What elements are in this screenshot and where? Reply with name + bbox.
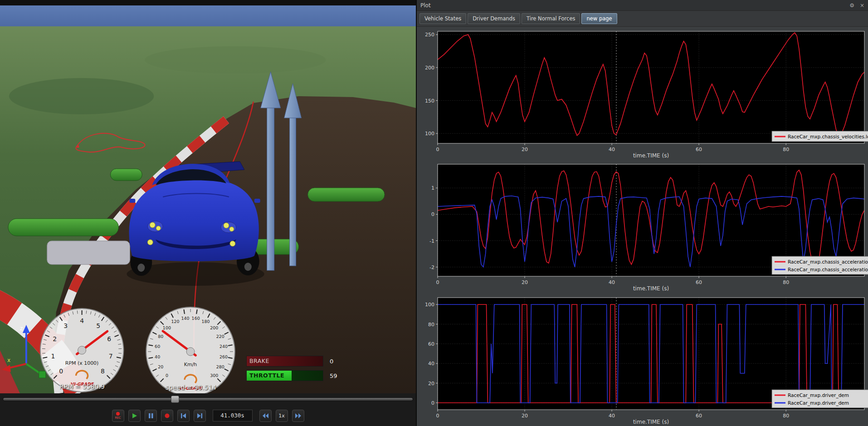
svg-text:4: 4: [80, 317, 84, 324]
svg-text:40: 40: [609, 413, 615, 419]
svg-text:20: 20: [522, 413, 528, 419]
settings-icon[interactable]: ⚙: [849, 2, 854, 9]
svg-text:1: 1: [431, 186, 434, 191]
svg-text:60: 60: [696, 413, 702, 419]
svg-text:180: 180: [202, 319, 210, 324]
svg-text:150: 150: [425, 98, 434, 104]
play-icon: [132, 413, 137, 419]
tab-new-page[interactable]: new page: [581, 13, 617, 24]
throttle-value: 59: [330, 372, 343, 379]
record-video-button[interactable]: REC: [112, 410, 124, 422]
close-icon[interactable]: ×: [860, 2, 864, 9]
timeline-track[interactable]: [3, 397, 413, 401]
charts-area: 020406080100150200250time.TIME (s)RaceCa…: [417, 27, 868, 426]
tab-tire-normal-forces[interactable]: Tire Normal Forces: [522, 13, 580, 24]
rpm-gauge: 012345678RPM (x 1000)VI-GRADE: [40, 308, 124, 392]
x-axis-title: time.TIME (s): [633, 152, 669, 159]
rewind-icon: [262, 413, 269, 419]
grass-patch: [9, 78, 154, 114]
plot-titlebar: Plot ⚙ ×: [417, 0, 868, 11]
record-dot-icon: [116, 412, 120, 416]
svg-text:8: 8: [101, 367, 105, 375]
throttle-row: THROTTLE 59: [246, 370, 355, 381]
svg-text:60: 60: [428, 341, 434, 347]
gauge-unit-label: RPM (x 1000): [65, 360, 99, 366]
play-button[interactable]: [128, 410, 141, 422]
brake-bar: BRAKE: [246, 356, 323, 367]
gray-barrier: [47, 241, 130, 264]
svg-text:0: 0: [436, 279, 439, 285]
svg-text:0: 0: [436, 413, 439, 419]
timeline-slider[interactable]: [0, 393, 416, 405]
driver-demands-chart[interactable]: 020406080020406080100time.TIME (s)RaceCa…: [417, 293, 868, 426]
svg-text:0: 0: [431, 212, 434, 218]
svg-text:220: 220: [216, 334, 224, 339]
plot-panel: Plot ⚙ × Vehicle StatesDriver DemandsTir…: [417, 0, 868, 426]
svg-text:2: 2: [53, 335, 57, 343]
svg-text:0: 0: [436, 147, 439, 152]
tab-vehicle-states[interactable]: Vehicle States: [419, 13, 466, 24]
chassis-velocities-chart[interactable]: 020406080100150200250time.TIME (s)RaceCa…: [417, 27, 868, 160]
svg-text:200: 200: [425, 65, 434, 71]
green-barrier-small: [110, 169, 142, 181]
svg-text:100: 100: [425, 302, 434, 308]
svg-text:240: 240: [219, 344, 228, 349]
pause-button[interactable]: [145, 410, 157, 422]
svg-text:20: 20: [158, 364, 163, 369]
brake-row: BRAKE 0: [246, 356, 355, 367]
svg-text:40: 40: [609, 147, 615, 152]
axis-z-label: z: [20, 325, 23, 332]
svg-text:1: 1: [51, 353, 55, 360]
svg-text:60: 60: [696, 147, 702, 152]
skip-start-icon: [180, 413, 186, 419]
viewport-top-strip: [0, 0, 416, 5]
timeline-handle[interactable]: [171, 396, 179, 403]
track-map-position-dot: [77, 145, 79, 148]
chart-legend: RaceCar_mxp.chassis_accelerations.laRace…: [772, 256, 868, 274]
svg-text:200: 200: [210, 325, 218, 330]
svg-text:300: 300: [210, 373, 218, 378]
3d-viewport[interactable]: z x 012345678RPM (x 1000)VI-GRADE0204060…: [0, 5, 416, 393]
svg-text:RaceCar_mxp.driver_dem: RaceCar_mxp.driver_dem: [788, 400, 849, 406]
svg-text:0: 0: [59, 367, 63, 375]
gauge-unit-label: Km/h: [184, 362, 197, 367]
panel-title: Plot: [420, 2, 431, 9]
svg-text:250: 250: [425, 32, 434, 38]
svg-text:60: 60: [155, 344, 160, 349]
svg-text:260: 260: [219, 354, 228, 359]
chassis-accelerations-chart[interactable]: 020406080-2-101time.TIME (s)RaceCar_mxp.…: [417, 160, 868, 293]
3d-scene: z x 012345678RPM (x 1000)VI-GRADE0204060…: [0, 5, 416, 393]
skip-end-button[interactable]: [194, 410, 206, 422]
svg-text:280: 280: [216, 364, 224, 369]
svg-text:RaceCar_mxp.driver_dem: RaceCar_mxp.driver_dem: [788, 392, 849, 398]
green-barrier-left: [8, 219, 118, 236]
playback-rate-button[interactable]: 1x: [276, 410, 288, 422]
svg-text:0: 0: [431, 400, 434, 406]
svg-text:80: 80: [783, 147, 789, 152]
brake-label: BRAKE: [249, 357, 269, 364]
svg-text:120: 120: [171, 319, 180, 324]
rewind-button[interactable]: [259, 410, 272, 422]
svg-text:-2: -2: [429, 264, 434, 270]
svg-text:60: 60: [696, 279, 702, 285]
fast-forward-button[interactable]: [292, 410, 304, 422]
app-window: z x 012345678RPM (x 1000)VI-GRADE0204060…: [0, 0, 868, 426]
svg-text:80: 80: [783, 413, 789, 419]
throttle-bar: THROTTLE: [246, 370, 323, 381]
svg-text:160: 160: [192, 316, 200, 321]
record-button[interactable]: [161, 410, 173, 422]
simulation-pane: z x 012345678RPM (x 1000)VI-GRADE0204060…: [0, 0, 417, 426]
skip-start-button[interactable]: [177, 410, 190, 422]
chart-legend: RaceCar_mxp.driver_demRaceCar_mxp.driver…: [772, 390, 868, 408]
tab-driver-demands[interactable]: Driver Demands: [468, 13, 520, 24]
time-display[interactable]: 41.030s: [213, 410, 253, 421]
axis-x-label: x: [7, 357, 10, 363]
record-icon: [164, 413, 170, 419]
brake-value: 0: [330, 358, 343, 365]
svg-text:-1: -1: [429, 238, 434, 244]
svg-text:80: 80: [158, 334, 163, 339]
grass-patch: [145, 46, 326, 73]
green-barrier-right: [308, 188, 385, 201]
x-axis-title: time.TIME (s): [633, 419, 669, 425]
svg-text:RaceCar_mxp.chassis_accelerati: RaceCar_mxp.chassis_accelerations.lo: [788, 267, 868, 273]
